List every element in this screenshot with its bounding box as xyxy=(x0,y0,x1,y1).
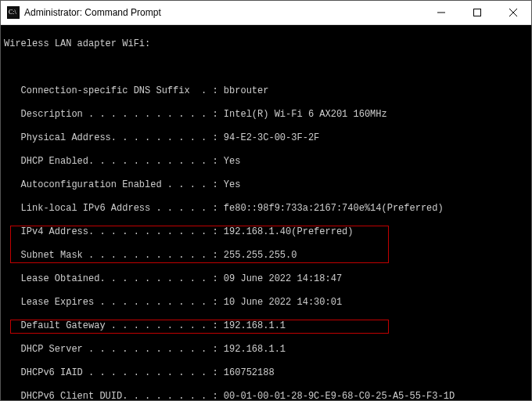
terminal-output[interactable]: Wireless LAN adapter WiFi: Connection-sp… xyxy=(1,25,531,400)
svg-text:C:\: C:\ xyxy=(9,9,17,16)
blank-line xyxy=(4,62,528,74)
row-default-gateway: Default Gateway . . . . . . . . . : 192.… xyxy=(4,320,528,332)
row-description: Description . . . . . . . . . . . : Inte… xyxy=(4,109,528,121)
row-dhcpv6-iaid: DHCPv6 IAID . . . . . . . . . . . : 1607… xyxy=(4,367,528,379)
row-lease-expires: Lease Expires . . . . . . . . . . : 10 J… xyxy=(4,297,528,309)
row-autoconf-enabled: Autoconfiguration Enabled . . . . : Yes xyxy=(4,179,528,191)
section-header: Wireless LAN adapter WiFi: xyxy=(4,38,528,50)
titlebar[interactable]: C:\ Administrator: Command Prompt xyxy=(1,1,531,25)
row-dhcp-server: DHCP Server . . . . . . . . . . . : 192.… xyxy=(4,344,528,356)
row-dhcpv6-duid: DHCPv6 Client DUID. . . . . . . . : 00-0… xyxy=(4,391,528,400)
close-button[interactable] xyxy=(495,1,531,24)
window: C:\ Administrator: Command Prompt Wirele… xyxy=(0,0,532,401)
minimize-button[interactable] xyxy=(423,1,459,24)
row-lease-obtained: Lease Obtained. . . . . . . . . . : 09 J… xyxy=(4,273,528,285)
cmd-icon: C:\ xyxy=(7,6,20,19)
row-subnet-mask: Subnet Mask . . . . . . . . . . . : 255.… xyxy=(4,250,528,262)
maximize-button[interactable] xyxy=(459,1,495,24)
row-physical-address: Physical Address. . . . . . . . . : 94-E… xyxy=(4,132,528,144)
svg-rect-4 xyxy=(474,9,481,16)
window-controls xyxy=(423,1,531,24)
window-title: Administrator: Command Prompt xyxy=(24,7,423,18)
row-dhcp-enabled: DHCP Enabled. . . . . . . . . . . : Yes xyxy=(4,156,528,168)
row-dns-suffix: Connection-specific DNS Suffix . : bbrou… xyxy=(4,85,528,97)
row-link-local-ipv6: Link-local IPv6 Address . . . . . : fe80… xyxy=(4,203,528,215)
row-ipv4-address: IPv4 Address. . . . . . . . . . . : 192.… xyxy=(4,226,528,238)
